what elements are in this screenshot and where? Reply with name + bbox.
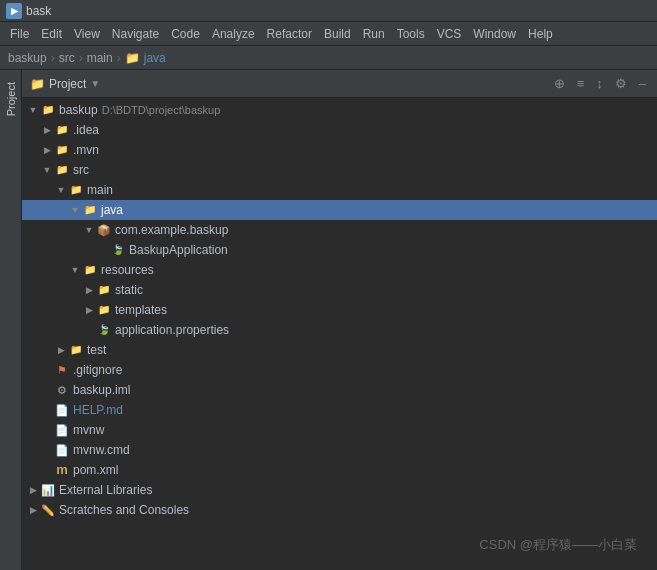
label-com: com.example.baskup bbox=[115, 223, 228, 237]
folder-icon-idea: 📁 bbox=[54, 123, 70, 137]
folder-icon-main: 📁 bbox=[68, 183, 84, 197]
tree-item-static[interactable]: ▶ 📁 static bbox=[22, 280, 657, 300]
folder-icon-baskup: 📁 bbox=[40, 103, 56, 117]
label-static: static bbox=[115, 283, 143, 297]
panel-locate-btn[interactable]: ⊕ bbox=[551, 74, 568, 93]
menu-view[interactable]: View bbox=[68, 25, 106, 43]
tree-item-pom[interactable]: m pom.xml bbox=[22, 460, 657, 480]
label-pom: pom.xml bbox=[73, 463, 118, 477]
label-main: main bbox=[87, 183, 113, 197]
label-scratches: Scratches and Consoles bbox=[59, 503, 189, 517]
tree-item-iml[interactable]: ⚙ baskup.iml bbox=[22, 380, 657, 400]
menu-help[interactable]: Help bbox=[522, 25, 559, 43]
tree-item-main[interactable]: ▼ 📁 main bbox=[22, 180, 657, 200]
tree-item-gitignore[interactable]: ⚑ .gitignore bbox=[22, 360, 657, 380]
panel-settings-btn[interactable]: ⚙ bbox=[612, 74, 630, 93]
panel-header: 📁 Project ▼ ⊕ ≡ ↕ ⚙ – bbox=[22, 70, 657, 98]
file-tree: ▼ 📁 baskup D:\BDTD\project\baskup ▶ 📁 .i… bbox=[22, 98, 657, 570]
label-mvnwcmd: mvnw.cmd bbox=[73, 443, 130, 457]
panel-dropdown-icon[interactable]: ▼ bbox=[90, 78, 100, 89]
label-baskup-path: D:\BDTD\project\baskup bbox=[102, 104, 221, 116]
menu-build[interactable]: Build bbox=[318, 25, 357, 43]
label-gitignore: .gitignore bbox=[73, 363, 122, 377]
tree-item-baskupapp[interactable]: 🍃 BaskupApplication bbox=[22, 240, 657, 260]
sidebar-tab-project[interactable]: Project bbox=[2, 74, 20, 124]
scratch-icon: ✏️ bbox=[40, 503, 56, 517]
panel-title: 📁 Project ▼ bbox=[30, 77, 100, 91]
folder-icon-resources: 📁 bbox=[82, 263, 98, 277]
menu-analyze[interactable]: Analyze bbox=[206, 25, 261, 43]
breadcrumb-src[interactable]: src bbox=[59, 51, 75, 65]
menu-file[interactable]: File bbox=[4, 25, 35, 43]
spring-icon-application: 🍃 bbox=[96, 323, 112, 337]
tree-item-application[interactable]: 🍃 application.properties bbox=[22, 320, 657, 340]
tree-item-help[interactable]: 📄 HELP.md bbox=[22, 400, 657, 420]
arrow-main: ▼ bbox=[54, 185, 68, 195]
folder-icon-java: 📁 bbox=[82, 203, 98, 217]
tree-item-mvnw[interactable]: 📄 mvnw bbox=[22, 420, 657, 440]
folder-icon-templates: 📁 bbox=[96, 303, 112, 317]
label-mvn: .mvn bbox=[73, 143, 99, 157]
label-src: src bbox=[73, 163, 89, 177]
spring-icon-baskupapp: 🍃 bbox=[110, 243, 126, 257]
folder-icon-src: 📁 bbox=[54, 163, 70, 177]
main-layout: Project 📁 Project ▼ ⊕ ≡ ↕ ⚙ – bbox=[0, 70, 657, 570]
menu-vcs[interactable]: VCS bbox=[431, 25, 468, 43]
label-application: application.properties bbox=[115, 323, 229, 337]
arrow-templates: ▶ bbox=[82, 305, 96, 315]
arrow-test: ▶ bbox=[54, 345, 68, 355]
panel-expand-btn[interactable]: ↕ bbox=[593, 74, 606, 93]
tree-item-external[interactable]: ▶ 📊 External Libraries bbox=[22, 480, 657, 500]
label-baskupapp: BaskupApplication bbox=[129, 243, 228, 257]
tree-item-idea[interactable]: ▶ 📁 .idea bbox=[22, 120, 657, 140]
tree-item-src[interactable]: ▼ 📁 src bbox=[22, 160, 657, 180]
arrow-src: ▼ bbox=[40, 165, 54, 175]
arrow-java: ▼ bbox=[68, 205, 82, 215]
arrow-mvn: ▶ bbox=[40, 145, 54, 155]
label-test: test bbox=[87, 343, 106, 357]
folder-icon-static: 📁 bbox=[96, 283, 112, 297]
label-mvnw: mvnw bbox=[73, 423, 104, 437]
tree-item-scratches[interactable]: ▶ ✏️ Scratches and Consoles bbox=[22, 500, 657, 520]
menu-edit[interactable]: Edit bbox=[35, 25, 68, 43]
side-tab: Project bbox=[0, 70, 22, 570]
maven-icon: m bbox=[54, 463, 70, 477]
arrow-scratches: ▶ bbox=[26, 505, 40, 515]
external-icon: 📊 bbox=[40, 483, 56, 497]
menu-tools[interactable]: Tools bbox=[391, 25, 431, 43]
tree-item-mvnwcmd[interactable]: 📄 mvnw.cmd bbox=[22, 440, 657, 460]
tree-item-resources[interactable]: ▼ 📁 resources bbox=[22, 260, 657, 280]
menu-refactor[interactable]: Refactor bbox=[261, 25, 318, 43]
menu-run[interactable]: Run bbox=[357, 25, 391, 43]
panel-collapse-btn[interactable]: ≡ bbox=[574, 74, 588, 93]
label-templates: templates bbox=[115, 303, 167, 317]
breadcrumb-java-icon: 📁 bbox=[125, 51, 140, 65]
breadcrumb-java[interactable]: java bbox=[144, 51, 166, 65]
panel-title-label: Project bbox=[49, 77, 86, 91]
tree-item-baskup[interactable]: ▼ 📁 baskup D:\BDTD\project\baskup bbox=[22, 100, 657, 120]
mvnwcmd-icon: 📄 bbox=[54, 443, 70, 457]
label-idea: .idea bbox=[73, 123, 99, 137]
tree-item-test[interactable]: ▶ 📁 test bbox=[22, 340, 657, 360]
iml-icon: ⚙ bbox=[54, 383, 70, 397]
menu-bar: File Edit View Navigate Code Analyze Ref… bbox=[0, 22, 657, 46]
breadcrumb-main[interactable]: main bbox=[87, 51, 113, 65]
watermark: CSDN @程序猿——小白菜 bbox=[479, 536, 637, 554]
menu-navigate[interactable]: Navigate bbox=[106, 25, 165, 43]
menu-code[interactable]: Code bbox=[165, 25, 206, 43]
folder-icon-test: 📁 bbox=[68, 343, 84, 357]
label-java: java bbox=[101, 203, 123, 217]
folder-icon-mvn: 📁 bbox=[54, 143, 70, 157]
package-icon-com: 📦 bbox=[96, 223, 112, 237]
label-baskup: baskup bbox=[59, 103, 98, 117]
panel-minimize-btn[interactable]: – bbox=[636, 74, 649, 93]
tree-item-templates[interactable]: ▶ 📁 templates bbox=[22, 300, 657, 320]
tree-item-com[interactable]: ▼ 📦 com.example.baskup bbox=[22, 220, 657, 240]
tree-item-java[interactable]: ▼ 📁 java bbox=[22, 200, 657, 220]
panel-folder-icon: 📁 bbox=[30, 77, 45, 91]
title-bar-text: bask bbox=[26, 4, 51, 18]
label-external: External Libraries bbox=[59, 483, 152, 497]
breadcrumb-baskup[interactable]: baskup bbox=[8, 51, 47, 65]
menu-window[interactable]: Window bbox=[467, 25, 522, 43]
tree-item-mvn[interactable]: ▶ 📁 .mvn bbox=[22, 140, 657, 160]
